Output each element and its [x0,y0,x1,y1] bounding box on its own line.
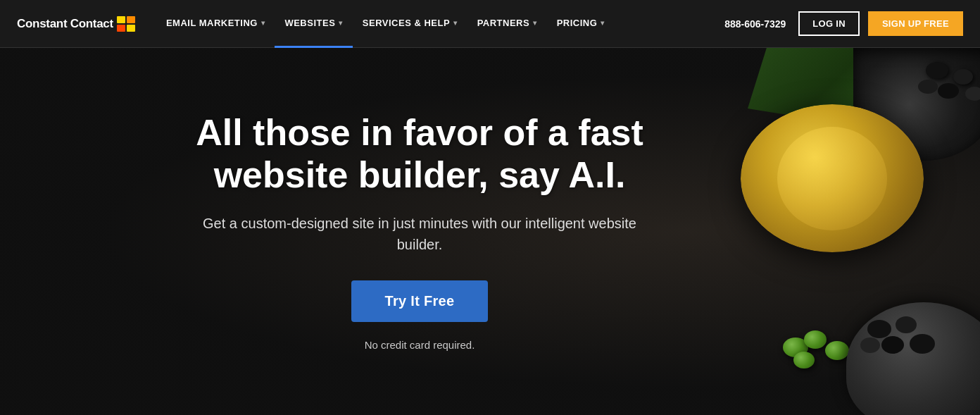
chevron-down-icon: ▾ [261,19,265,27]
svg-rect-3 [127,25,135,32]
svg-rect-1 [127,16,135,23]
food-decoration [684,48,980,415]
nav-item-pricing[interactable]: PRICING ▾ [547,0,615,48]
olive [910,334,935,354]
olive [896,316,917,333]
nav-item-websites[interactable]: WEBSITES ▾ [275,0,352,48]
green-olive [793,352,815,368]
nav-item-partners[interactable]: PARTNERS ▾ [467,0,547,48]
chevron-down-icon: ▾ [601,19,605,27]
olive [953,69,973,85]
hero-section: All those in favor of a fast website bui… [0,48,980,415]
logo-icon [117,16,137,32]
olive-oil-bowl [741,104,924,252]
chevron-down-icon: ▾ [533,19,537,27]
try-it-free-button[interactable]: Try It Free [351,280,489,322]
green-olive [825,341,849,360]
olive [965,87,980,101]
logo[interactable]: Constant Contact [17,16,137,32]
cta-group: Try It Free No credit card required. [180,280,659,351]
phone-number: 888-606-7329 [724,18,786,30]
olive [867,320,891,338]
black-olives-bowl-bottom [846,302,980,415]
navigation: Constant Contact EMAIL MARKETING ▾ WEBSI… [0,0,980,48]
olive [860,337,880,353]
nav-links: EMAIL MARKETING ▾ WEBSITES ▾ SERVICES & … [156,0,724,48]
chevron-down-icon: ▾ [453,19,458,27]
nav-item-services[interactable]: SERVICES & HELP ▾ [353,0,467,48]
svg-rect-2 [117,25,125,32]
signup-button[interactable]: SIGN UP FREE [868,11,963,36]
logo-text: Constant Contact [17,17,113,31]
no-credit-card-text: No credit card required. [180,339,659,351]
chevron-down-icon: ▾ [339,19,343,27]
nav-item-email-marketing[interactable]: EMAIL MARKETING ▾ [156,0,275,48]
olive [881,336,904,354]
green-olive [804,330,827,349]
olive [918,80,938,94]
svg-rect-0 [117,16,125,23]
olive [938,83,959,99]
nav-right: 888-606-7329 LOG IN SIGN UP FREE [724,11,963,36]
olive [926,62,948,79]
hero-content: All those in favor of a fast website bui… [152,112,687,352]
hero-subheadline: Get a custom-designed site in just minut… [180,213,659,255]
hero-headline: All those in favor of a fast website bui… [180,112,659,197]
login-button[interactable]: LOG IN [798,11,860,36]
